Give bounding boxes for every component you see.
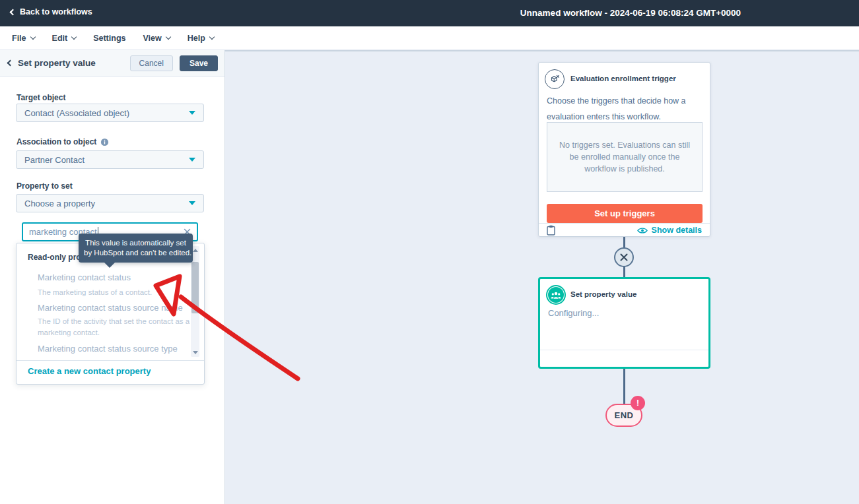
chevron-left-icon[interactable] xyxy=(7,60,14,67)
chevron-down-icon xyxy=(165,34,170,40)
panel-title: Set property value xyxy=(18,58,96,68)
dropdown-item[interactable]: Marketing contact status source name xyxy=(38,303,183,313)
chevron-left-icon xyxy=(10,9,17,15)
connector-line xyxy=(623,369,625,404)
create-property-link[interactable]: Create a new contact property xyxy=(28,366,151,376)
dropdown-item-description: The marketing status of a contact. xyxy=(38,287,191,298)
tooltip-arrow xyxy=(104,263,115,268)
association-label: Association to object xyxy=(17,137,109,146)
scroll-up-icon[interactable] xyxy=(193,249,198,252)
set-property-value-card[interactable]: Set property value Configuring... xyxy=(538,277,710,369)
save-button[interactable]: Save xyxy=(180,55,218,71)
caret-down-icon xyxy=(189,111,195,115)
property-to-set-label: Property to set xyxy=(17,181,73,191)
enrollment-trigger-card[interactable]: Evaluation enrollment trigger Choose the… xyxy=(538,62,710,237)
scrollbar-thumb[interactable] xyxy=(191,262,199,313)
action-config-panel: Set property value Cancel Save Target ob… xyxy=(0,50,224,504)
dropdown-item[interactable]: Marketing contact status source type xyxy=(38,344,178,354)
error-badge: ! xyxy=(631,396,645,410)
dropdown-item-description: The ID of the activity that set the cont… xyxy=(38,316,191,338)
action-card-title: Set property value xyxy=(570,290,636,298)
trigger-card-description: Choose the triggers that decide how a ev… xyxy=(547,93,706,125)
scroll-down-icon[interactable] xyxy=(193,351,198,354)
readonly-tooltip: This value is automatically set by HubSp… xyxy=(79,234,193,263)
back-link-label: Back to workflows xyxy=(20,7,92,16)
close-icon xyxy=(620,253,628,261)
back-to-workflows-link[interactable]: Back to workflows xyxy=(11,7,92,16)
trigger-icon xyxy=(545,69,565,89)
target-object-label: Target object xyxy=(17,93,65,102)
target-object-select[interactable]: Contact (Associated object) xyxy=(16,104,204,122)
connector-line xyxy=(623,267,625,278)
menu-settings[interactable]: Settings xyxy=(93,34,125,43)
menu-help[interactable]: Help xyxy=(188,34,214,43)
menu-file[interactable]: File xyxy=(12,34,35,43)
info-icon[interactable] xyxy=(100,138,109,146)
caret-down-icon xyxy=(189,158,195,162)
remove-connection-button[interactable] xyxy=(614,247,634,267)
chevron-down-icon xyxy=(209,34,215,40)
workflow-title: Unnamed workflow - 2024-06-19 06:08:24 G… xyxy=(520,8,741,18)
cancel-button[interactable]: Cancel xyxy=(130,55,173,71)
menu-edit[interactable]: Edit xyxy=(52,34,77,43)
menu-bar: File Edit Settings View Help xyxy=(0,26,859,50)
action-card-status: Configuring... xyxy=(548,308,599,318)
association-select[interactable]: Partner Contact xyxy=(16,150,204,169)
top-bar: Back to workflows Unnamed workflow - 202… xyxy=(0,0,859,26)
show-details-link[interactable]: Show details xyxy=(637,226,702,235)
clipboard-icon[interactable] xyxy=(547,225,555,236)
divider xyxy=(540,350,708,350)
workflow-editor-screen: Back to workflows Unnamed workflow - 202… xyxy=(0,0,859,504)
contacts-icon xyxy=(546,285,566,305)
connector-line xyxy=(623,237,625,248)
divider xyxy=(17,360,204,361)
trigger-card-title: Evaluation enrollment trigger xyxy=(570,75,676,82)
trigger-card-footer: Show details xyxy=(539,223,710,237)
dropdown-item[interactable]: Marketing contact status xyxy=(38,272,131,282)
caret-down-icon xyxy=(189,201,195,205)
no-triggers-message: No triggers set. Evaluations can still b… xyxy=(547,122,703,192)
dropdown-scrollbar[interactable] xyxy=(191,246,199,357)
end-node-label: END xyxy=(615,410,634,420)
property-select[interactable]: Choose a property xyxy=(16,194,204,212)
set-up-triggers-button[interactable]: Set up triggers xyxy=(547,204,703,223)
chevron-down-icon xyxy=(71,34,77,40)
panel-header: Set property value Cancel Save xyxy=(0,50,224,77)
menu-view[interactable]: View xyxy=(143,34,170,43)
eye-icon xyxy=(637,227,648,234)
chevron-down-icon xyxy=(30,34,35,40)
